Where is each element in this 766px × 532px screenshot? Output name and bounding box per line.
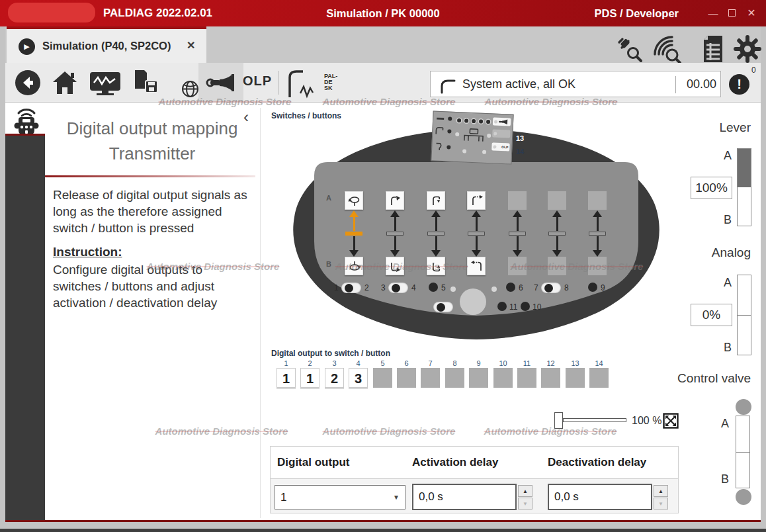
btn-led [493, 132, 497, 135]
error-count-badge: 0 [751, 66, 756, 75]
lever-2[interactable] [386, 210, 404, 257]
step-down-icon[interactable]: ▼ [654, 498, 668, 510]
lever-5[interactable] [508, 210, 527, 257]
channel-value-14[interactable] [589, 368, 609, 388]
switch-box-empty-b7[interactable] [588, 257, 607, 275]
minimize-button[interactable]: — [704, 0, 722, 26]
connector-button-blank[interactable] [492, 129, 510, 138]
paldesk-button[interactable]: PAL- DE SK [164, 67, 201, 99]
lever-7[interactable] [588, 210, 607, 257]
deactivation-delay-input[interactable] [548, 484, 652, 510]
close-button[interactable]: ✕ [742, 0, 761, 26]
horn-button[interactable] [205, 73, 237, 94]
switch-box-empty-b5[interactable] [508, 257, 527, 275]
home-button[interactable] [52, 70, 78, 95]
channel-num: 9 [469, 359, 488, 367]
status-text: System active, all OK [462, 77, 575, 91]
button-6[interactable] [506, 283, 515, 292]
lever-4[interactable] [467, 210, 486, 257]
zoom-slider-track[interactable] [563, 418, 626, 422]
toggle-switch-1-2[interactable] [341, 283, 361, 293]
toggle-switch-lower[interactable] [433, 302, 453, 312]
switch-box-knuckle-b[interactable] [427, 257, 445, 275]
hook-led [447, 145, 450, 149]
valve-port-top [736, 399, 751, 415]
instruction-label: Instruction: [53, 245, 122, 259]
monitor-button[interactable] [89, 71, 122, 96]
report-icon[interactable] [700, 34, 726, 64]
switch-box-slew-a[interactable] [345, 191, 363, 210]
switch-box-empty-a6[interactable] [548, 191, 566, 210]
channel-value-6[interactable] [397, 368, 416, 388]
channel-num: 13 [566, 359, 585, 367]
switch-box-slew-b[interactable] [345, 257, 363, 275]
channel-value-3[interactable]: 2 [325, 368, 344, 388]
tab-simulation[interactable]: ▶ Simulation (P40, SP2CO) ✕ [7, 26, 206, 63]
user-title: PDS / Developer [595, 0, 679, 26]
center-button[interactable] [460, 288, 486, 315]
wireless-search-icon[interactable] [652, 34, 683, 65]
button-10[interactable] [521, 302, 530, 311]
remote-control-graphic: OLP 12 13 14 A B [284, 121, 668, 349]
switch-box-empty-a7[interactable] [588, 191, 607, 210]
toggle-switch-7-8[interactable] [541, 283, 561, 293]
switch-box-empty-b6[interactable] [548, 257, 566, 275]
toggle-switch-3-4[interactable] [388, 283, 408, 293]
switch-box-boom-a[interactable] [386, 191, 404, 210]
button-9[interactable] [588, 283, 597, 292]
channel-value-4[interactable]: 3 [349, 368, 368, 388]
dot-right [487, 134, 491, 138]
channel-value-12[interactable] [541, 368, 560, 388]
maximize-button[interactable] [722, 0, 741, 26]
back-button[interactable] [15, 69, 41, 96]
channel-value-9[interactable] [469, 368, 488, 388]
zoom-slider-handle[interactable] [554, 412, 563, 429]
lever-6[interactable] [548, 210, 566, 257]
led-1 [457, 118, 461, 122]
lever-gauge-title: Lever [719, 120, 751, 135]
step-up-icon[interactable]: ▲ [654, 485, 668, 497]
settings-gear-icon[interactable] [733, 34, 762, 64]
deactivation-delay-stepper[interactable]: ▲ ▼ [654, 485, 668, 510]
error-indicator-icon[interactable]: ! [729, 74, 749, 95]
olp-curve-button[interactable] [284, 68, 316, 99]
lever-b-label: B [724, 213, 732, 227]
channel-value-1[interactable]: 1 [277, 368, 296, 388]
indicator-dot-right [491, 287, 497, 292]
channel-value-7[interactable] [421, 368, 440, 388]
channel-value-11[interactable] [517, 368, 536, 388]
copy-save-button[interactable] [130, 69, 160, 97]
switch-box-extension-b[interactable] [467, 257, 486, 275]
channel-value-8[interactable] [445, 368, 464, 388]
pane-divider [260, 108, 261, 518]
lever-down-line [353, 236, 355, 251]
activation-delay-input[interactable] [412, 484, 517, 510]
boom-up-icon [389, 260, 402, 273]
channel-num: 10 [493, 359, 513, 367]
channel-value-13[interactable] [566, 368, 585, 388]
channel-value-5[interactable] [373, 368, 392, 388]
tab-close-icon[interactable]: ✕ [187, 39, 195, 52]
activation-delay-stepper[interactable]: ▲ ▼ [518, 485, 532, 510]
lever-3[interactable] [427, 210, 445, 257]
step-down-icon[interactable]: ▼ [518, 498, 532, 510]
toggle-label-5: 5 [441, 283, 446, 292]
channel-value-2[interactable]: 1 [300, 368, 319, 388]
connection-search-icon[interactable] [615, 34, 644, 64]
olp-button[interactable]: OLP [240, 73, 275, 89]
connector-button-olp[interactable]: OLP [491, 142, 509, 151]
switch-box-extension-a[interactable] [467, 191, 486, 210]
fullscreen-icon[interactable] [663, 413, 679, 429]
channel-value-10[interactable] [493, 368, 513, 388]
switch-box-knuckle-a[interactable] [427, 191, 445, 210]
step-up-icon[interactable]: ▲ [518, 485, 532, 497]
button-11[interactable] [497, 302, 507, 311]
switch-box-boom-b[interactable] [386, 257, 404, 275]
connector-button-horn[interactable] [493, 117, 511, 126]
lever-1[interactable] [345, 210, 363, 257]
row-b-label: B [326, 260, 331, 268]
switch-box-empty-a5[interactable] [508, 191, 527, 210]
button-5[interactable] [429, 283, 438, 292]
valve-a-label: A [721, 417, 729, 431]
digital-output-select[interactable]: 1 ▼ [275, 485, 405, 510]
